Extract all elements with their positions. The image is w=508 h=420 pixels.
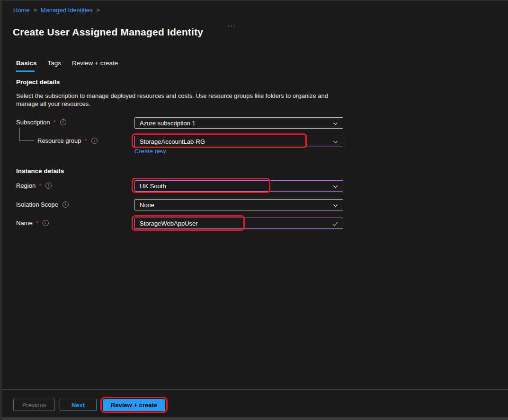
page-title: Create User Assigned Managed Identity <box>13 26 203 38</box>
chevron-down-icon <box>332 139 339 147</box>
subscription-dropdown[interactable]: Azure subscription 1 <box>134 117 343 129</box>
required-asterisk: * <box>53 119 56 126</box>
info-icon[interactable]: i <box>45 183 52 189</box>
tab-review-create[interactable]: Review + create <box>72 60 118 70</box>
resource-group-value: StorageAccountLab-RG <box>140 138 205 145</box>
footer-divider <box>2 389 508 390</box>
tab-tags[interactable]: Tags <box>48 60 62 70</box>
info-icon[interactable]: i <box>91 138 98 144</box>
chevron-down-icon <box>332 121 339 128</box>
tab-bar: Basics Tags Review + create <box>16 60 118 70</box>
subscription-label-text: Subscription <box>16 119 50 126</box>
isolation-scope-dropdown[interactable]: None <box>134 199 343 210</box>
create-new-link[interactable]: Create new <box>134 148 166 155</box>
required-asterisk: * <box>85 137 87 144</box>
chevron-down-icon <box>332 184 339 191</box>
more-options-icon[interactable]: ··· <box>228 22 236 29</box>
isolation-scope-label: Isolation Scope i <box>16 201 69 208</box>
subscription-connector-vertical <box>19 128 20 141</box>
subscription-label: Subscription * i <box>16 119 66 126</box>
breadcrumb-managed-identities-link[interactable]: Managed Identities <box>41 7 93 14</box>
name-value: StorageWebAppUser <box>140 220 198 227</box>
subscription-value: Azure subscription 1 <box>140 120 196 127</box>
info-icon[interactable]: i <box>43 220 49 226</box>
isolation-scope-value: None <box>140 201 154 209</box>
name-input[interactable]: StorageWebAppUser <box>134 218 343 229</box>
instance-details-heading: Instance details <box>16 167 64 175</box>
name-label-text: Name <box>16 219 33 227</box>
name-label: Name * i <box>16 219 49 227</box>
breadcrumb: Home > Managed Identities > <box>13 7 100 14</box>
window-bottom-edge <box>0 417 508 420</box>
project-details-heading: Project details <box>16 79 60 86</box>
project-details-description: Select the subscription to manage deploy… <box>16 92 331 108</box>
valid-check-icon <box>332 221 339 228</box>
info-icon[interactable]: i <box>62 201 69 208</box>
next-button[interactable]: Next <box>60 399 97 411</box>
resource-group-label: Resource group * i <box>37 137 98 144</box>
required-asterisk: * <box>39 182 41 189</box>
breadcrumb-separator-icon: > <box>97 7 100 14</box>
subscription-connector-horizontal <box>19 140 34 141</box>
resource-group-dropdown[interactable]: StorageAccountLab-RG <box>134 136 343 147</box>
tab-basics[interactable]: Basics <box>16 60 37 70</box>
create-managed-identity-page: Home > Managed Identities > Create User … <box>0 0 508 420</box>
review-create-button[interactable]: Review + create <box>103 399 165 411</box>
resource-group-label-text: Resource group <box>37 137 81 144</box>
active-tab-underline <box>16 70 35 72</box>
breadcrumb-separator-icon: > <box>34 7 37 14</box>
region-value: UK South <box>140 183 166 190</box>
region-dropdown[interactable]: UK South <box>134 180 343 192</box>
breadcrumb-home-link[interactable]: Home <box>13 7 30 14</box>
info-icon[interactable]: i <box>60 119 66 125</box>
chevron-down-icon <box>332 202 339 210</box>
isolation-scope-label-text: Isolation Scope <box>16 201 58 208</box>
required-asterisk: * <box>36 219 38 227</box>
previous-button[interactable]: Previous <box>13 399 55 411</box>
region-label: Region * i <box>16 182 52 189</box>
region-label-text: Region <box>16 182 36 189</box>
